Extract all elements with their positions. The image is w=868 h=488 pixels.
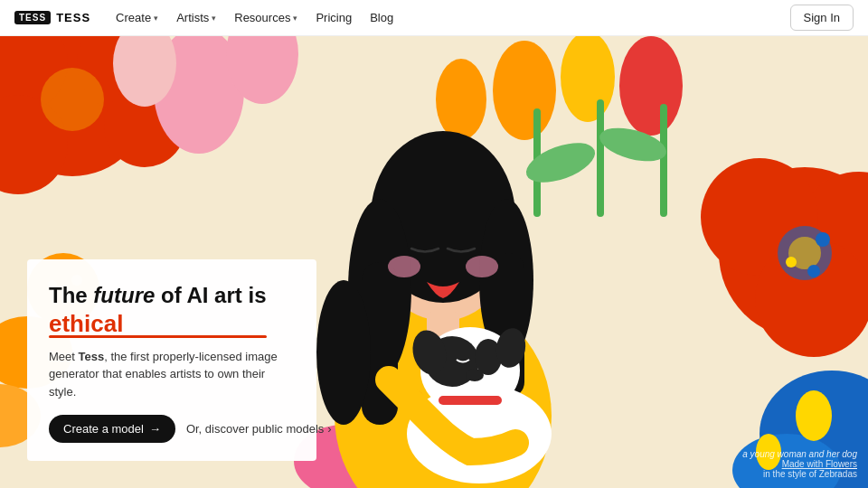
logo-box: TESS	[14, 11, 51, 24]
svg-point-12	[619, 36, 683, 136]
nav-resources[interactable]: Resources ▾	[227, 7, 305, 28]
create-model-button[interactable]: Create a model →	[49, 415, 175, 443]
svg-point-49	[466, 256, 498, 277]
svg-point-47	[316, 280, 371, 425]
svg-point-26	[786, 257, 797, 267]
subtext-prefix: Meet	[49, 350, 79, 363]
svg-rect-16	[660, 104, 667, 217]
svg-point-25	[816, 232, 830, 247]
nav-items: Create ▾ Artists ▾ Resources ▾ Pricing B…	[108, 7, 789, 28]
hero-ethical-text: ethical	[49, 312, 291, 335]
svg-point-60	[466, 369, 484, 381]
chevron-down-icon: ▾	[212, 14, 216, 23]
headline-text-2: of AI art is	[155, 283, 266, 307]
nav-resources-label: Resources	[234, 11, 290, 24]
logo-area[interactable]: TESS TESS	[14, 11, 90, 24]
subtext-brand: Tess	[79, 350, 105, 363]
nav-blog[interactable]: Blog	[363, 7, 401, 28]
signin-button[interactable]: Sign In	[790, 5, 854, 31]
hero-background: The future of AI art is ethical Meet Tes…	[0, 36, 868, 488]
hero-section: The future of AI art is ethical Meet Tes…	[0, 36, 868, 488]
svg-rect-61	[439, 396, 502, 405]
svg-point-10	[493, 41, 556, 140]
hero-panel: The future of AI art is ethical Meet Tes…	[27, 259, 316, 461]
headline-text-1: The	[49, 283, 93, 307]
nav-create[interactable]: Create ▾	[108, 7, 165, 28]
headline-italic: future	[93, 283, 155, 307]
svg-point-30	[796, 390, 832, 441]
svg-point-13	[436, 59, 486, 140]
discover-link-label: Or, discover public models	[186, 422, 324, 436]
arrow-right-icon: →	[149, 422, 161, 436]
svg-rect-15	[597, 99, 604, 217]
svg-point-27	[807, 265, 820, 277]
nav-artists-label: Artists	[176, 11, 209, 24]
hero-headline: The future of AI art is ethical	[49, 281, 291, 334]
svg-point-48	[388, 256, 420, 277]
nav-pricing-label: Pricing	[316, 11, 352, 24]
caption-style-text: in the style of Zebradas	[742, 469, 857, 479]
hero-caption: a young woman and her dog Made with Flow…	[742, 449, 857, 479]
chevron-right-icon: ›	[327, 422, 331, 436]
nav-create-label: Create	[116, 11, 151, 24]
caption-main-text: a young woman and her dog	[742, 449, 857, 459]
svg-point-6	[41, 68, 104, 131]
hero-ctas: Create a model → Or, discover public mod…	[49, 415, 291, 443]
caption-made-prefix: Made with	[782, 459, 826, 469]
create-btn-label: Create a model	[63, 422, 144, 436]
nav-pricing[interactable]: Pricing	[308, 7, 359, 28]
caption-made-text: Made with Flowers	[742, 459, 857, 469]
hero-subtext: Meet Tess, the first properly-licensed i…	[49, 348, 291, 401]
chevron-down-icon: ▾	[293, 14, 297, 23]
navbar: TESS TESS Create ▾ Artists ▾ Resources ▾…	[0, 0, 868, 36]
caption-flowers-link[interactable]: Flowers	[826, 459, 857, 469]
logo-text: TESS	[56, 11, 90, 24]
discover-link[interactable]: Or, discover public models ›	[186, 422, 332, 436]
nav-blog-label: Blog	[370, 11, 393, 24]
nav-artists[interactable]: Artists ▾	[169, 7, 223, 28]
chevron-down-icon: ▾	[154, 14, 158, 23]
